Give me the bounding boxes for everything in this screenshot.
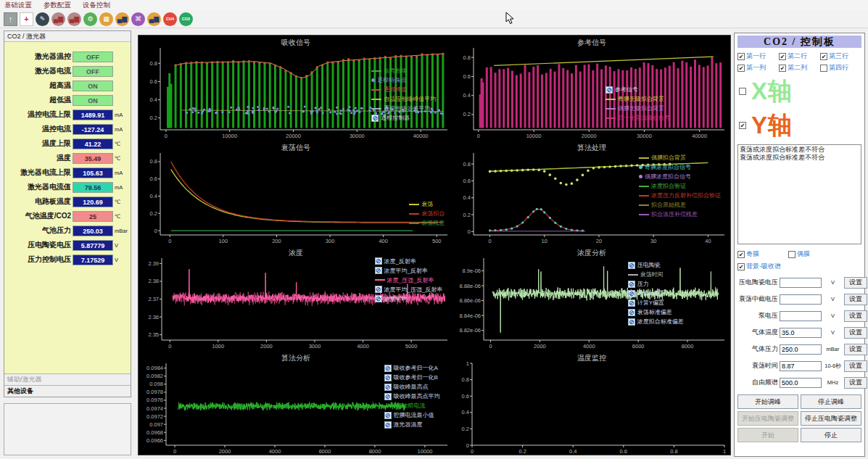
- grid-check-row-2[interactable]: ✔第二行: [779, 51, 820, 61]
- accordion-aux-laser[interactable]: 辅助/激光器: [4, 373, 131, 385]
- set-button-pump-voltage[interactable]: 设置: [844, 310, 867, 322]
- accordion-other-devices[interactable]: 其他设备: [4, 385, 131, 397]
- legend-label: 衰荡: [421, 199, 433, 209]
- legend-visibility-toggle-icon[interactable]: ⊘: [628, 262, 635, 269]
- legend-entry: 信号包络: [371, 66, 436, 75]
- row-4-checkbox[interactable]: [820, 65, 827, 72]
- param-value-temperature: 35.49: [73, 153, 113, 164]
- co2-view-button-icon[interactable]: CO2: [179, 12, 193, 26]
- legend-visibility-toggle-icon[interactable]: ⊘: [384, 384, 392, 391]
- svg-text:0.4: 0.4: [463, 194, 471, 201]
- menu-item-2[interactable]: 设备控制: [83, 1, 110, 10]
- grid-check-row-3[interactable]: ✔第三行: [820, 51, 861, 61]
- legend-label: 逐模控制器: [381, 113, 410, 123]
- svg-text:40000: 40000: [692, 133, 707, 139]
- set-button-gas-pressure[interactable]: 设置: [844, 344, 867, 355]
- start-peak-tuning-button[interactable]: 开始调峰: [737, 394, 798, 409]
- set-button-piezo-voltage[interactable]: 设置: [844, 277, 867, 289]
- x-axis-checkbox[interactable]: [739, 88, 746, 95]
- legend-visibility-toggle-icon[interactable]: ⊘: [628, 318, 635, 326]
- measure-cursor-button-icon[interactable]: +: [20, 12, 33, 26]
- row-1-checkbox[interactable]: ✔: [737, 53, 745, 60]
- ch4-view-button-icon[interactable]: CH4: [163, 12, 177, 26]
- legend-label: 偶膜无吸拟合背景: [618, 104, 664, 113]
- ringdown-time-input[interactable]: [780, 361, 822, 371]
- nav-up-button-icon[interactable]: ↑: [4, 12, 17, 26]
- legend-visibility-toggle-icon[interactable]: ⊘: [384, 421, 392, 429]
- settings-gear-tool-icon[interactable]: ⚙: [83, 12, 97, 26]
- legend-label: 衰荡时间: [640, 270, 664, 279]
- film-check-odd-film[interactable]: ✔奇膜: [737, 249, 759, 259]
- legend-visibility-toggle-icon[interactable]: ⊘: [605, 86, 613, 94]
- stop-button[interactable]: 停止: [801, 428, 861, 442]
- stop-piezo-adjust-button[interactable]: 停止压电陶瓷调整: [801, 411, 861, 426]
- grid-check-col-1[interactable]: ✔第一列: [737, 63, 779, 73]
- param-value-temp-control-current: -127.24: [73, 124, 113, 135]
- svg-text:0.4: 0.4: [463, 92, 471, 99]
- set-button-ringdown-time[interactable]: 设置: [844, 360, 867, 372]
- edit-pen-tool-icon[interactable]: ✎: [36, 12, 49, 26]
- histogram-red-2-icon[interactable]: ▄▆: [67, 12, 81, 26]
- even-film-checkbox[interactable]: [788, 251, 795, 258]
- legend-line-marker: [639, 186, 649, 187]
- legend-visibility-toggle-icon[interactable]: ⊘: [384, 412, 392, 419]
- svg-text:0.2: 0.2: [150, 115, 157, 121]
- gas-temperature-input[interactable]: [780, 328, 822, 338]
- row-3-checkbox[interactable]: ✔: [820, 53, 827, 60]
- grid-visibility-checks: ✔第一行✔第二行✔第三行✔第一列✔第二列第四行: [737, 51, 861, 73]
- odd-film-checkbox[interactable]: ✔: [737, 251, 745, 258]
- background-absorption-checkbox[interactable]: ✔: [737, 263, 745, 270]
- menu-item-1[interactable]: 参数配置: [44, 1, 71, 10]
- legend-visibility-toggle-icon[interactable]: ⊘: [375, 267, 382, 274]
- keypad-tool-icon[interactable]: ▦: [99, 12, 113, 26]
- legend-visibility-toggle-icon[interactable]: ⊘: [628, 281, 635, 288]
- svg-text:0.4: 0.4: [462, 409, 469, 415]
- legend-label: 自适应包络峰值平均: [384, 94, 436, 104]
- ringdown-threshold-voltage-input[interactable]: [780, 294, 822, 305]
- free-spectral-range-input[interactable]: [780, 378, 822, 388]
- grid-check-row-1[interactable]: ✔第一行: [737, 51, 779, 61]
- bg-check-background-absorption[interactable]: ✔背景-吸收谱: [737, 262, 781, 271]
- set-button-gas-temperature[interactable]: 设置: [844, 327, 867, 339]
- piezo-voltage-input[interactable]: [780, 278, 822, 288]
- histogram-red-1-icon[interactable]: ▄▆: [51, 12, 65, 26]
- alarm-listbox[interactable]: 衰荡或浓度拟合标准差不符合衰荡或浓度拟合标准差不符合: [737, 144, 861, 244]
- histogram-orange-1-icon[interactable]: ▄▆: [115, 12, 129, 26]
- param-row-laser-current-switch: 激光器电流OFF: [4, 64, 131, 78]
- legend-visibility-toggle-icon[interactable]: ⊘: [628, 290, 635, 297]
- legend-label: 浓度压力反射补偿拟合验证: [651, 191, 721, 200]
- col-2-checkbox[interactable]: ✔: [779, 65, 786, 72]
- menu-item-0[interactable]: 基础设置: [4, 1, 32, 10]
- set-button-ringdown-threshold-voltage[interactable]: 设置: [844, 294, 867, 305]
- y-axis-checkbox[interactable]: ✔: [739, 122, 746, 129]
- topology-tool-icon[interactable]: ⌘: [131, 12, 145, 26]
- legend-label: 参考信号: [615, 85, 638, 94]
- col-1-checkbox[interactable]: ✔: [737, 65, 745, 72]
- legend-visibility-toggle-icon[interactable]: ⊘: [375, 295, 382, 302]
- set-button-free-spectral-range[interactable]: 设置: [844, 377, 867, 389]
- histogram-orange-2-icon[interactable]: ▄▆: [147, 12, 161, 26]
- field-row-ringdown-threshold-voltage: 衰荡中截电压V设置: [737, 291, 861, 307]
- row-2-checkbox[interactable]: ✔: [779, 53, 786, 60]
- stop-peak-tuning-button[interactable]: 停止调峰: [801, 394, 861, 409]
- legend-visibility-toggle-icon[interactable]: ⊘: [384, 374, 392, 381]
- legend-visibility-toggle-icon[interactable]: ⊘: [628, 299, 635, 307]
- legend-label: 信号包络: [384, 66, 407, 75]
- svg-text:4000: 4000: [357, 343, 369, 350]
- legend-visibility-toggle-icon[interactable]: ⊘: [628, 309, 635, 316]
- legend-entry: ⊘浓度_反射率: [375, 257, 443, 266]
- legend-visibility-toggle-icon[interactable]: ⊘: [384, 365, 392, 372]
- film-check-even-film[interactable]: 偶膜: [788, 249, 810, 259]
- svg-text:2000: 2000: [534, 343, 546, 350]
- svg-text:0.0982: 0.0982: [146, 373, 163, 379]
- gas-pressure-input[interactable]: [780, 344, 822, 355]
- legend-visibility-toggle-icon[interactable]: ⊘: [384, 393, 392, 400]
- grid-check-col-2[interactable]: ✔第二列: [779, 63, 820, 73]
- pump-voltage-input[interactable]: [780, 311, 822, 321]
- grid-check-row-4[interactable]: 第四行: [820, 63, 861, 73]
- legend-label: 浓度平均_压强_反射率: [384, 285, 443, 294]
- legend-visibility-toggle-icon[interactable]: ⊘: [375, 257, 382, 265]
- legend-visibility-toggle-icon[interactable]: ⊘: [371, 115, 379, 122]
- legend-visibility-toggle-icon[interactable]: ⊘: [375, 286, 382, 293]
- svg-text:0: 0: [154, 228, 157, 234]
